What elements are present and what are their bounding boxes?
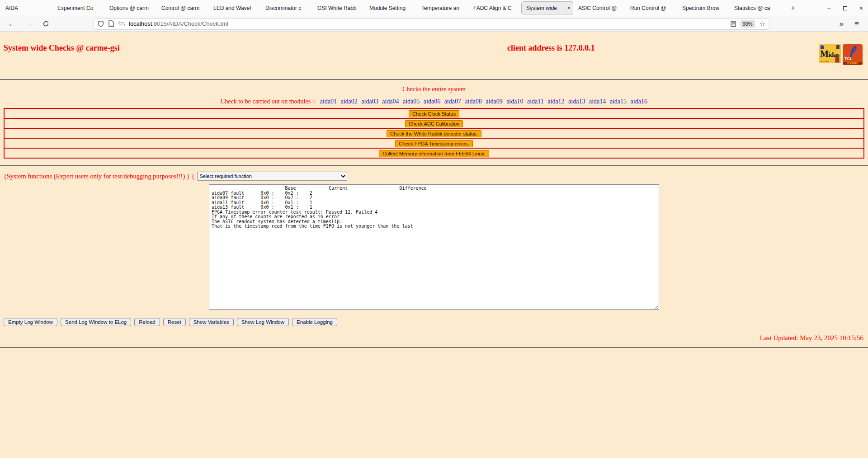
window-controls: – ×: [826, 0, 864, 16]
module-link-aida10[interactable]: aida10: [506, 98, 523, 105]
check-buttons-table: Check Clock Status Check ADC Calibration…: [4, 108, 864, 159]
module-link-aida04[interactable]: aida04: [382, 98, 399, 105]
url-left-icons: [98, 20, 125, 27]
window-minimize-icon[interactable]: –: [826, 5, 832, 12]
shield-icon[interactable]: [98, 20, 104, 27]
collect-memory-info-button[interactable]: Collect Memory information from FEE64 Li…: [379, 150, 489, 157]
tab-spectrum-browser[interactable]: Spectrum Brow: [678, 0, 730, 16]
table-row: Collect Memory information from FEE64 Li…: [4, 148, 864, 158]
url-right-icons: 90% ☆: [731, 20, 765, 28]
browser-tab-bar: AIDA Experiment Co Options @ carm Contro…: [0, 0, 868, 16]
tab-led-waveform[interactable]: LED and Wavef: [209, 0, 261, 16]
window-close-icon[interactable]: ×: [858, 5, 864, 12]
zoom-level-badge[interactable]: 90%: [741, 20, 755, 28]
nav-buttons: ← →: [5, 20, 49, 28]
nav-right-icons: » ≡: [840, 19, 863, 28]
tab-system-wide-checks-active[interactable]: System wide ×: [521, 1, 573, 14]
page-content: System wide Checks @ carme-gsi client ad…: [0, 32, 868, 458]
system-functions-row: {System functions (Expert users only for…: [4, 172, 868, 181]
module-link-aida06[interactable]: aida06: [424, 98, 440, 105]
tab-control[interactable]: Control @ carm: [157, 0, 209, 16]
tab-experiment-control[interactable]: Experiment Co: [53, 0, 105, 16]
tab-discriminator[interactable]: Discriminator c: [261, 0, 313, 16]
overflow-menu-icon[interactable]: »: [840, 19, 844, 28]
midas-logo[interactable]: Midas powered by: [819, 44, 841, 63]
module-link-aida13[interactable]: aida13: [568, 98, 585, 105]
module-link-aida02[interactable]: aida02: [341, 98, 358, 105]
divider-bottom: [0, 347, 868, 348]
midas-mini-image: [835, 57, 840, 63]
module-link-aida09[interactable]: aida09: [486, 98, 502, 105]
url-bar[interactable]: localhost:8015/AIDA/Check/Check.tml 90% …: [94, 18, 769, 30]
page-title: System wide Checks @ carme-gsi: [4, 43, 864, 53]
module-link-aida07[interactable]: aida07: [444, 98, 461, 105]
module-link-aida15[interactable]: aida15: [610, 98, 627, 105]
tcl-powered-text: POWERED: [843, 62, 863, 65]
log-buttons-row: Empty Log Window Send Log Window to ELog…: [4, 318, 868, 326]
tab-strip: AIDA Experiment Co Options @ carm Contro…: [0, 0, 800, 16]
check-white-rabbit-button[interactable]: Check the White Rabbit decoder status.: [387, 130, 481, 137]
midas-shield-icon: [836, 45, 840, 49]
tab-options[interactable]: Options @ carm: [105, 0, 157, 16]
tab-module-settings[interactable]: Module Setting: [365, 0, 417, 16]
tab-statistics[interactable]: Statistics @ ca: [730, 0, 782, 16]
hamburger-menu-icon[interactable]: ≡: [854, 19, 859, 28]
page-subtitle: Checks the entire system: [0, 86, 868, 93]
module-link-aida08[interactable]: aida08: [465, 98, 481, 105]
header-logos: Midas powered by TCL POWERED: [819, 44, 863, 65]
tcl-powered-logo[interactable]: TCL POWERED: [843, 44, 863, 65]
permissions-exchange-icon[interactable]: [118, 21, 125, 27]
function-select[interactable]: Select required function: [197, 172, 347, 181]
tab-temperature[interactable]: Temperature an: [417, 0, 469, 16]
close-tab-icon[interactable]: ×: [567, 5, 571, 11]
midas-logo-initial: M: [820, 49, 828, 59]
page-info-icon[interactable]: [108, 20, 114, 27]
module-link-aida05[interactable]: aida05: [403, 98, 420, 105]
module-link-aida11[interactable]: aida11: [527, 98, 544, 105]
table-row: Check ADC Calibration: [4, 118, 864, 128]
modules-label: Check to be carried out on modules :-: [221, 98, 316, 105]
url-path: :8015/AIDA/Check/Check.tml: [152, 20, 228, 27]
midas-powered-by-text: powered by: [821, 60, 829, 62]
divider-top: [0, 79, 868, 80]
enable-logging-button[interactable]: Enable Logging: [292, 318, 337, 326]
reader-view-icon[interactable]: [731, 21, 736, 27]
check-fpga-timestamp-button[interactable]: Check FPGA Timestamp errors.: [395, 140, 472, 147]
module-link-aida14[interactable]: aida14: [589, 98, 606, 105]
reset-button[interactable]: Reset: [163, 318, 186, 326]
tab-aida[interactable]: AIDA: [1, 0, 53, 16]
divider-middle: [0, 165, 868, 166]
module-link-aida03[interactable]: aida03: [361, 98, 378, 105]
log-window-wrapper: Base Current Difference aida07 fault 0x0…: [0, 184, 868, 312]
system-functions-label: {System functions (Expert users only for…: [4, 173, 194, 180]
tab-asic-control[interactable]: ASIC Control @: [574, 0, 626, 16]
tab-run-control[interactable]: Run Control @: [626, 0, 678, 16]
browser-nav-bar: ← → localhost:8015/AIDA/Check/Check.tml …: [0, 16, 868, 32]
window-maximize-icon[interactable]: [843, 6, 847, 10]
table-row: Check Clock Status: [4, 108, 864, 118]
check-clock-status-button[interactable]: Check Clock Status: [409, 110, 459, 117]
url-text[interactable]: localhost:8015/AIDA/Check/Check.tml: [129, 20, 731, 27]
log-window[interactable]: Base Current Difference aida07 fault 0x0…: [209, 184, 659, 310]
module-link-aida12[interactable]: aida12: [547, 98, 564, 105]
module-link-aida16[interactable]: aida16: [631, 98, 647, 105]
show-variables-button[interactable]: Show Variables: [189, 318, 234, 326]
forward-icon[interactable]: →: [25, 20, 33, 28]
check-adc-calibration-button[interactable]: Check ADC Calibration: [405, 120, 463, 127]
tab-gsi-white-rabbit[interactable]: GSI White Rabb: [313, 0, 365, 16]
table-row: Check the White Rabbit decoder status.: [4, 128, 864, 138]
empty-log-window-button[interactable]: Empty Log Window: [4, 318, 57, 326]
midas-crest-icon: [821, 45, 824, 49]
table-row: Check FPGA Timestamp errors.: [4, 138, 864, 148]
show-log-window-button[interactable]: Show Log Window: [237, 318, 289, 326]
reload-button[interactable]: Reload: [134, 318, 160, 326]
send-log-to-elog-button[interactable]: Send Log Window to ELog: [61, 318, 131, 326]
reload-icon[interactable]: [42, 20, 49, 27]
back-icon[interactable]: ←: [8, 20, 15, 28]
tab-fadc-align[interactable]: FADC Align & C: [469, 0, 521, 16]
url-host: localhost: [129, 20, 152, 27]
tcl-logo-text: TCL: [844, 56, 853, 61]
new-tab-button[interactable]: +: [786, 0, 800, 16]
module-link-aida01[interactable]: aida01: [320, 98, 337, 105]
bookmark-star-icon[interactable]: ☆: [760, 20, 765, 28]
